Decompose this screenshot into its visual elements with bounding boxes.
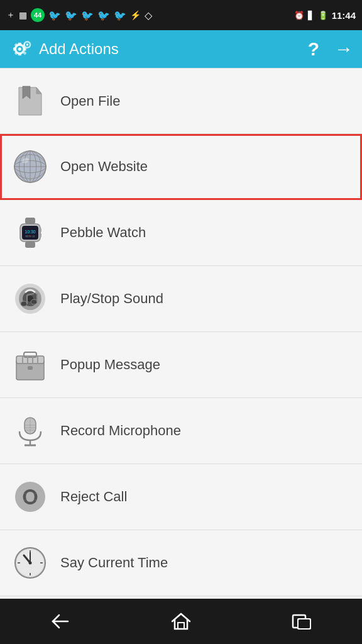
- action-item-popup-message[interactable]: Popup Message: [0, 332, 362, 398]
- svg-point-13: [26, 43, 28, 45]
- svg-rect-24: [25, 218, 35, 224]
- action-item-say-current-time[interactable]: Say Current Time: [0, 530, 362, 596]
- title-bar: Add Actions ? →: [0, 30, 362, 68]
- action-list: Open File Open Website: [0, 68, 362, 596]
- svg-text:10:30: 10:30: [25, 230, 36, 234]
- twitter-icon-3: 🐦: [81, 9, 94, 21]
- svg-rect-30: [39, 228, 41, 232]
- sim-icon: ▦: [19, 10, 27, 20]
- twitter-icon-1: 🐦: [48, 9, 61, 21]
- signal-icon: ▋: [308, 11, 314, 20]
- briefcase-icon: [10, 345, 50, 385]
- action-label-popup-message: Popup Message: [60, 357, 160, 373]
- svg-rect-67: [178, 623, 184, 629]
- watch-icon: 10:30 MON 14: [10, 213, 50, 253]
- clock-icon: [10, 543, 50, 583]
- svg-point-39: [31, 299, 37, 304]
- svg-point-65: [29, 562, 32, 565]
- status-time: 11:44: [332, 10, 356, 21]
- svg-rect-5: [13, 47, 16, 50]
- action-label-pebble-watch: Pebble Watch: [60, 225, 146, 241]
- status-right: ⏰ ▋ 🔋 11:44: [294, 10, 356, 21]
- app-icon: [9, 37, 33, 61]
- twitter-icon-5: 🐦: [114, 9, 126, 21]
- recents-button[interactable]: [277, 606, 327, 637]
- twitter-icon-2: 🐦: [65, 9, 77, 21]
- action-item-play-stop-sound[interactable]: Play/Stop Sound: [0, 266, 362, 332]
- svg-point-56: [15, 482, 45, 512]
- clock-status-icon: ⏰: [294, 11, 304, 20]
- bottom-nav: [0, 599, 362, 644]
- svg-rect-31: [39, 233, 41, 237]
- svg-rect-44: [28, 366, 33, 370]
- svg-rect-3: [18, 43, 21, 45]
- back-button[interactable]: [35, 606, 85, 637]
- action-item-pebble-watch[interactable]: 10:30 MON 14 Pebble Watch: [0, 200, 362, 266]
- action-label-play-stop-sound: Play/Stop Sound: [60, 291, 163, 307]
- action-item-open-website[interactable]: Open Website: [0, 134, 362, 200]
- battery-icon: 🔋: [318, 11, 328, 20]
- badge-44: 44: [31, 8, 45, 22]
- action-label-open-website: Open Website: [60, 158, 148, 175]
- svg-rect-4: [18, 53, 21, 55]
- phone-icon: [10, 477, 50, 517]
- globe-icon: [10, 147, 50, 187]
- svg-rect-69: [298, 619, 310, 629]
- action-label-open-file: Open File: [60, 93, 120, 109]
- file-icon: [10, 81, 50, 121]
- action-item-record-microphone[interactable]: Record Microphone: [0, 398, 362, 464]
- svg-text:MON 14: MON 14: [26, 235, 36, 238]
- action-label-say-current-time: Say Current Time: [60, 555, 168, 571]
- bluetooth-icon: ⚡: [130, 10, 141, 20]
- twitter-icon-4: 🐦: [97, 9, 110, 21]
- home-button[interactable]: [156, 606, 206, 637]
- next-button[interactable]: →: [334, 38, 353, 60]
- status-icons: ＋ ▦ 44 🐦 🐦 🐦 🐦 🐦 ⚡ ◇: [6, 8, 152, 22]
- svg-point-36: [21, 301, 27, 306]
- add-icon: ＋: [6, 9, 15, 21]
- page-title: Add Actions: [39, 40, 119, 58]
- action-label-reject-call: Reject Call: [60, 489, 127, 505]
- mic-icon: [10, 411, 50, 451]
- svg-point-2: [18, 47, 21, 50]
- title-bar-left: Add Actions: [9, 37, 308, 61]
- svg-rect-25: [25, 242, 35, 248]
- action-item-open-file[interactable]: Open File: [0, 68, 362, 134]
- action-label-record-microphone: Record Microphone: [60, 423, 181, 439]
- action-item-reject-call[interactable]: Reject Call: [0, 464, 362, 530]
- tag-icon: ◇: [145, 9, 152, 21]
- help-button[interactable]: ?: [308, 38, 319, 60]
- title-bar-right: ? →: [308, 38, 353, 60]
- music-icon: [10, 279, 50, 319]
- svg-marker-15: [36, 87, 41, 94]
- status-bar: ＋ ▦ 44 🐦 🐦 🐦 🐦 🐦 ⚡ ◇ ⏰ ▋ 🔋 11:44: [0, 0, 362, 30]
